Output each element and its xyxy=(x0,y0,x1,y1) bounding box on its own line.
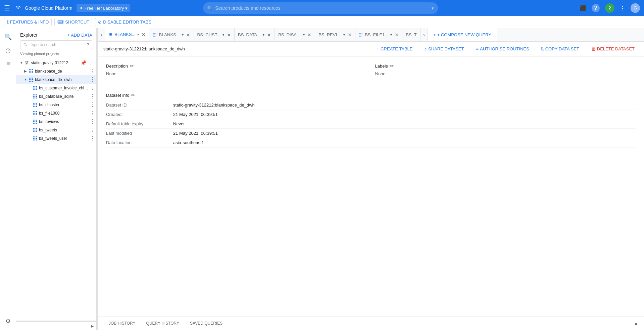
tree-item-dataset-1[interactable]: ▶ blankspace_de ⋮ xyxy=(16,67,96,75)
features-info-button[interactable]: ℹ FEATURES & INFO xyxy=(4,18,52,26)
more-options-icon[interactable]: ⋮ xyxy=(620,5,625,11)
svg-rect-87 xyxy=(109,33,110,34)
tab-2-label: BLANKS... xyxy=(159,32,180,37)
tree-item-table-6[interactable]: bs_tweets ⋮ xyxy=(16,126,96,134)
svg-rect-99 xyxy=(153,35,154,35)
authorise-routines-button[interactable]: ≡ AUTHORISE ROUTINES xyxy=(472,44,533,53)
project-selector[interactable]: ✦ Free Tier Laboratory ▾ xyxy=(77,4,131,12)
tab-blanks-2[interactable]: BLANKS... ▾ ✕ xyxy=(149,28,194,41)
user-avatar[interactable]: 2 xyxy=(605,3,614,13)
tab-bs-disa[interactable]: BS_DISA... ▾ ✕ xyxy=(275,28,315,41)
bottom-tab-query-history[interactable]: QUERY HISTORY xyxy=(141,318,185,329)
labels-edit-icon[interactable]: ✏ xyxy=(390,63,394,69)
svg-rect-22 xyxy=(31,81,32,82)
info-value-default-expiry: Never xyxy=(173,119,636,129)
svg-rect-86 xyxy=(36,139,37,140)
tab-6-close-icon[interactable]: ✕ xyxy=(348,32,352,38)
description-edit-icon[interactable]: ✏ xyxy=(130,63,134,69)
table-1-menu-icon[interactable]: ⋮ xyxy=(88,85,96,91)
help-icon[interactable]: ? xyxy=(592,4,600,12)
tree-item-table-2[interactable]: bs_database_sqlite ⋮ xyxy=(16,92,96,100)
tree-item-table-3[interactable]: bs_disaster ⋮ xyxy=(16,100,96,109)
sidebar-chart-icon[interactable] xyxy=(2,58,14,70)
profile-avatar[interactable]: G xyxy=(631,3,640,13)
table-3-menu-icon[interactable]: ⋮ xyxy=(88,101,96,108)
tab-1-dropdown-icon[interactable]: ▾ xyxy=(137,33,139,36)
tree-item-dataset-2[interactable]: ▼ blankspace_de_dwh ⋮ xyxy=(16,75,96,84)
disable-editor-tabs-button[interactable]: ⊘ DISABLE EDITOR TABS xyxy=(95,18,154,26)
table-4-menu-icon[interactable]: ⋮ xyxy=(88,110,96,116)
panel-expand-icon[interactable]: ▸ xyxy=(91,323,94,329)
svg-rect-112 xyxy=(360,36,361,36)
tab-3-close-icon[interactable]: ✕ xyxy=(227,32,231,38)
tree-item-table-4[interactable]: bs_file1000 ⋮ xyxy=(16,109,96,117)
shortcut-button[interactable]: ⌨ SHORTCUT xyxy=(54,18,92,26)
tab-1-close-icon[interactable]: ✕ xyxy=(142,32,146,37)
dataset-1-menu-icon[interactable]: ⋮ xyxy=(88,68,96,74)
tab-dataset-icon xyxy=(153,33,157,37)
tab-scroll-left[interactable]: ‹ xyxy=(98,28,105,41)
table-icon xyxy=(32,136,38,141)
explorer-search-input[interactable] xyxy=(30,42,85,47)
project-icon xyxy=(24,60,30,66)
sidebar-search-icon[interactable]: 🔍 xyxy=(2,31,14,43)
tree-arrow-icon: ▼ xyxy=(19,61,24,65)
bottom-bar-expand-icon[interactable]: ▲ xyxy=(633,321,639,327)
tab-7-close-icon[interactable]: ✕ xyxy=(395,32,399,38)
tab-5-close-icon[interactable]: ✕ xyxy=(307,32,311,38)
copy-data-set-button[interactable]: ⎘ COPY DATA SET xyxy=(537,44,583,53)
svg-rect-52 xyxy=(35,111,36,112)
add-data-button[interactable]: + ADD DATA xyxy=(67,33,92,38)
table-7-menu-icon[interactable]: ⋮ xyxy=(88,135,96,141)
tab-bs-cust[interactable]: BS_CUST... ▾ ✕ xyxy=(194,28,235,41)
sidebar-settings-icon[interactable]: ⚙ xyxy=(2,315,14,327)
explorer-search-box[interactable]: ? xyxy=(20,40,92,49)
tab-bs-file1[interactable]: BS_FILE1... ▾ ✕ xyxy=(355,28,402,41)
tab-4-dropdown-icon[interactable]: ▾ xyxy=(263,33,264,37)
tab-7-dropdown-icon[interactable]: ▾ xyxy=(390,33,392,37)
tab-5-dropdown-icon[interactable]: ▾ xyxy=(303,33,305,37)
dropdown-arrow-icon[interactable]: ▾ xyxy=(125,6,128,11)
compose-new-query-button[interactable]: + + COMPOSE NEW QUERY xyxy=(428,28,497,41)
tab-bs-t[interactable]: BS_T xyxy=(402,28,420,41)
hamburger-menu[interactable]: ☰ xyxy=(4,4,10,12)
table-6-menu-icon[interactable]: ⋮ xyxy=(88,127,96,133)
tab-4-close-icon[interactable]: ✕ xyxy=(267,32,271,38)
table-2-menu-icon[interactable]: ⋮ xyxy=(88,93,96,99)
global-search-bar[interactable]: 🔍 ▾ xyxy=(203,2,438,14)
tree-item-table-7[interactable]: bs_tweets_user ⋮ xyxy=(16,134,96,142)
svg-rect-111 xyxy=(359,36,360,36)
sidebar-history-icon[interactable]: ◷ xyxy=(2,44,14,56)
description-value: None xyxy=(106,71,367,76)
dataset-info-edit-icon[interactable]: ✏ xyxy=(131,92,135,98)
tab-blanks-1[interactable]: BLANKS... ▾ ✕ xyxy=(105,28,149,41)
tab-bs-data[interactable]: BS_DATA... ▾ ✕ xyxy=(235,28,275,41)
tab-3-dropdown-icon[interactable]: ▾ xyxy=(222,33,224,37)
notifications-icon[interactable]: ⬛ xyxy=(580,5,586,11)
create-table-button[interactable]: + CREATE TABLE xyxy=(373,44,417,53)
project-label: static-gravity-312212 xyxy=(31,60,81,65)
tab-2-close-icon[interactable]: ✕ xyxy=(186,32,190,38)
svg-rect-24 xyxy=(33,86,34,87)
share-dataset-button[interactable]: ↑ SHARE DATASET xyxy=(420,44,468,53)
dataset-2-menu-icon[interactable]: ⋮ xyxy=(88,76,96,83)
tab-scroll-right[interactable]: › xyxy=(420,28,428,41)
search-help-icon[interactable]: ? xyxy=(87,42,89,47)
tab-2-dropdown-icon[interactable]: ▾ xyxy=(182,33,184,37)
tree-item-table-5[interactable]: bs_reviews ⋮ xyxy=(16,117,96,126)
tree-item-table-1[interactable]: bs_customer_invoice_chin... ⋮ xyxy=(16,84,96,92)
dataset-info-title: Dataset info ✏ xyxy=(106,92,636,98)
tab-6-dropdown-icon[interactable]: ▾ xyxy=(343,33,345,37)
bottom-tab-job-history[interactable]: JOB HISTORY xyxy=(103,318,141,329)
tab-bs-revi[interactable]: BS_REVI... ▾ ✕ xyxy=(315,28,355,41)
table-5-menu-icon[interactable]: ⋮ xyxy=(88,118,96,125)
project-menu-icon[interactable]: ⋮ xyxy=(87,59,95,66)
copy-icon: ⎘ xyxy=(541,46,544,51)
svg-rect-8 xyxy=(32,69,33,70)
bottom-tab-saved-queries[interactable]: SAVED QUERIES xyxy=(185,318,228,329)
global-search-input[interactable] xyxy=(215,5,429,11)
svg-rect-55 xyxy=(35,113,36,114)
svg-rect-58 xyxy=(35,114,36,115)
delete-dataset-button[interactable]: 🗑 DELETE DATASET xyxy=(587,44,639,53)
tree-item-project[interactable]: ▼ static-gravity-312212 📌 ⋮ xyxy=(16,58,96,67)
